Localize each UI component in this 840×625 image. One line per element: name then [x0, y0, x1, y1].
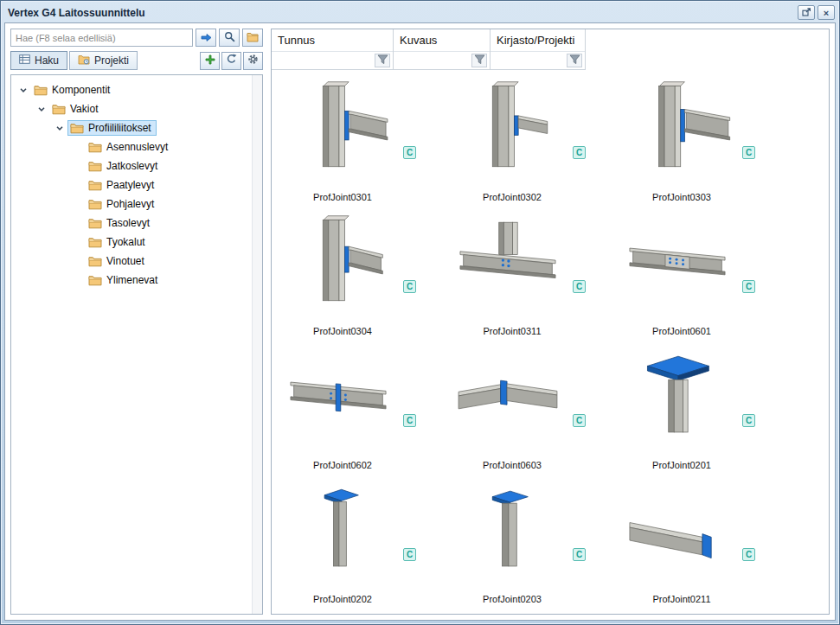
close-button[interactable]: × [818, 5, 835, 20]
tree-item[interactable]: Asennuslevyt [11, 137, 252, 156]
component-type-icon: C [403, 548, 416, 561]
component-item[interactable]: CProfJoint0304 [273, 213, 443, 347]
tree-item[interactable]: Tyokalut [11, 233, 252, 252]
column-header-label[interactable]: Kuvaus [394, 29, 490, 51]
tree-item-labelwrap: Ylimenevat [86, 272, 163, 288]
undock-button[interactable] [798, 5, 815, 20]
magnifier-icon [224, 30, 235, 46]
component-item[interactable]: CProfJoint0202 [273, 481, 443, 614]
component-id: ProfJoint0602 [273, 460, 412, 470]
tree-item[interactable]: Vinotuet [11, 252, 252, 271]
tree-item-labelwrap: Komponentit [31, 82, 115, 98]
column-header-kuvaus: Kuvaus [394, 29, 491, 70]
folder-icon [88, 180, 102, 191]
search-go-button[interactable] [196, 29, 216, 47]
component-type-icon: C [742, 548, 755, 561]
titlebar[interactable]: Vertex G4 Laitossuunnittelu × [1, 1, 839, 22]
tree-item-labelwrap: Jatkoslevyt [86, 158, 163, 174]
funnel-icon [569, 53, 580, 68]
filter-button[interactable] [567, 54, 582, 67]
component-type-icon: C [573, 548, 586, 561]
browse-folder-button[interactable] [242, 29, 263, 47]
chevron-down-icon[interactable] [34, 105, 49, 113]
component-item[interactable]: CProfJoint0201 [612, 347, 782, 481]
component-item[interactable]: CProfJoint0302 [443, 79, 612, 213]
tree-item-label: Pohjalevyt [106, 198, 154, 210]
component-type-icon: C [742, 280, 755, 293]
undock-icon [802, 8, 811, 18]
folder-icon [70, 123, 84, 134]
component-list-panel: TunnusKuvausKirjasto/Projekti CProfJoint… [271, 29, 830, 615]
window-title: Vertex G4 Laitossuunnittelu [8, 7, 795, 19]
tree-scrollbar[interactable] [252, 75, 262, 614]
component-type-icon: C [742, 414, 755, 427]
tab-haku[interactable]: Haku [10, 51, 67, 70]
column-header-label[interactable]: Kirjasto/Projekti [491, 29, 585, 51]
column-header-label[interactable]: Tunnus [272, 29, 393, 51]
app-window: Vertex G4 Laitossuunnittelu × Haku Proje… [0, 0, 840, 625]
tree-item-label: Paatylevyt [106, 179, 154, 191]
component-id: ProfJoint0301 [273, 192, 412, 202]
component-thumbnail[interactable] [616, 213, 739, 309]
tree-item[interactable]: Vakiot [11, 99, 252, 118]
list-icon [19, 54, 30, 67]
component-type-icon: C [403, 146, 416, 159]
component-item[interactable]: CProfJoint0303 [612, 79, 782, 213]
component-thumbnail[interactable] [446, 79, 569, 175]
search-button[interactable] [219, 29, 240, 47]
component-thumbnail[interactable] [616, 79, 739, 175]
component-thumbnail[interactable] [277, 213, 400, 309]
column-header-row: TunnusKuvausKirjasto/Projekti [272, 29, 829, 70]
tree-item-labelwrap: Vakiot [49, 101, 103, 117]
column-header-tunnus: Tunnus [272, 29, 394, 70]
component-item[interactable]: CProfJoint0203 [443, 481, 612, 614]
client-area: Haku Projekti KomponentitVakiotProfiilil… [4, 22, 836, 621]
component-item[interactable]: CProfJoint0301 [273, 79, 443, 213]
component-id: ProfJoint0603 [443, 460, 581, 470]
tree-item-label: Profiililiitokset [88, 122, 151, 134]
tree-item-label: Tasolevyt [106, 217, 150, 229]
component-item[interactable]: CProfJoint0603 [443, 347, 612, 481]
component-thumbnail[interactable] [446, 347, 569, 443]
component-item[interactable]: CProfJoint0602 [273, 347, 443, 481]
filter-button[interactable] [471, 54, 487, 67]
add-button[interactable] [200, 52, 220, 70]
refresh-button[interactable] [221, 52, 241, 70]
component-id: ProfJoint0201 [612, 460, 751, 470]
settings-button[interactable] [243, 52, 263, 70]
folder-icon [34, 85, 48, 96]
component-item[interactable]: CProfJoint0211 [612, 481, 782, 614]
component-item[interactable]: CProfJoint0311 [443, 213, 612, 347]
chevron-down-icon[interactable] [52, 124, 67, 132]
column-header-kirjastoprojekti: Kirjasto/Projekti [491, 29, 586, 70]
component-type-icon: C [742, 146, 755, 159]
component-thumbnail[interactable] [446, 213, 569, 309]
search-input[interactable] [10, 29, 193, 47]
tab-projekti-label: Projekti [94, 54, 129, 67]
folder-icon [88, 199, 102, 210]
tree-item[interactable]: Pohjalevyt [11, 195, 252, 214]
tree-item-label: Jatkoslevyt [106, 160, 157, 172]
tree-item-labelwrap: Pohjalevyt [86, 196, 159, 212]
component-id: ProfJoint0302 [443, 192, 581, 202]
component-item[interactable]: CProfJoint0601 [612, 213, 782, 347]
component-thumbnail[interactable] [616, 347, 739, 443]
component-id: ProfJoint0303 [612, 192, 751, 202]
folder-icon [247, 30, 259, 46]
tab-projekti[interactable]: Projekti [69, 51, 138, 70]
tree-item[interactable]: Jatkoslevyt [11, 156, 252, 175]
tree-item[interactable]: Paatylevyt [11, 175, 252, 195]
tree-item[interactable]: Ylimenevat [11, 271, 252, 290]
tree-item[interactable]: Tasolevyt [11, 214, 252, 233]
folder-icon [52, 104, 66, 115]
component-thumbnail[interactable] [616, 481, 739, 577]
folder-icon [88, 256, 102, 267]
component-thumbnail[interactable] [446, 481, 569, 577]
chevron-down-icon[interactable] [16, 86, 31, 94]
tree-item[interactable]: Profiililiitokset [11, 118, 252, 137]
filter-button[interactable] [375, 54, 390, 67]
tree-item[interactable]: Komponentit [11, 80, 252, 99]
component-thumbnail[interactable] [277, 481, 400, 577]
component-thumbnail[interactable] [277, 347, 400, 443]
component-thumbnail[interactable] [277, 79, 400, 175]
